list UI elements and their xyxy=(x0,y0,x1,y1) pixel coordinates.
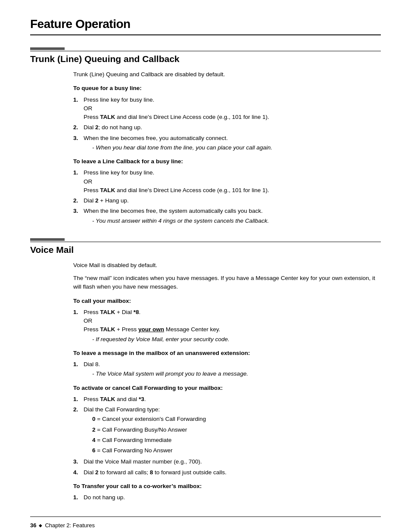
footer-page-number: 36 xyxy=(30,522,36,529)
leave-message-content-1: Dial 8. The Voice Mail system will promp… xyxy=(84,360,381,379)
queue-content-1: Press line key for busy line. OR Press T… xyxy=(84,96,381,122)
sub-heading-call-mailbox: To call your mailbox: xyxy=(73,297,381,305)
call-fwd-list: 1. Press TALK and dial *3. 2. Dial the C… xyxy=(73,395,381,477)
transfer-content-1: Do not hang up. xyxy=(84,493,381,502)
footer: 36 ◆ Chapter 2: Features xyxy=(30,522,381,529)
page: Feature Operation Trunk (Line) Queuing a… xyxy=(0,0,411,532)
queue-note-3: When you hear dial tone from the line, y… xyxy=(84,143,381,152)
call-fwd-item-2: 2. Dial the Call Forwarding type: 0 = Ca… xyxy=(73,405,381,456)
call-fwd-num-3: 3. xyxy=(73,457,82,466)
sub-heading-queue: To queue for a busy line: xyxy=(73,84,381,93)
section-bar-trunk xyxy=(30,47,65,50)
cf-type-6: 6 = Call Forwarding No Answer xyxy=(92,445,381,456)
section-rule-trunk xyxy=(30,51,381,51)
queue-list: 1. Press line key for busy line. OR Pres… xyxy=(73,96,381,152)
queue-line-1a: Press line key for busy line. xyxy=(84,96,154,103)
call-mailbox-or: OR xyxy=(84,317,92,324)
call-fwd-item-4: 4. Dial 2 to forward all calls; 8 to for… xyxy=(73,468,381,477)
queue-num-3: 3. xyxy=(73,134,82,152)
footer-chapter-label: Chapter 2: Features xyxy=(45,522,95,529)
footer-rule xyxy=(30,516,381,517)
queue-line-2: Dial 2; do not hang up. xyxy=(84,124,142,131)
call-mailbox-line-1a: Press TALK + Dial *8. xyxy=(84,309,140,315)
callback-line-2: Dial 2 + Hang up. xyxy=(84,197,129,204)
call-mailbox-line-1b: Press TALK + Press your own Message Cent… xyxy=(84,326,220,333)
footer-diamond: ◆ xyxy=(39,523,42,528)
queue-line-3: When the line becomes free, you automati… xyxy=(84,135,228,141)
trunk-intro: Trunk (Line) Queuing and Callback are di… xyxy=(73,70,381,79)
section-header-trunk: Trunk (Line) Queuing and Callback xyxy=(30,47,381,64)
section-trunk-queuing: Trunk (Line) Queuing and Callback Trunk … xyxy=(30,47,381,225)
queue-item-1: 1. Press line key for busy line. OR Pres… xyxy=(73,96,381,122)
cf-type-4: 4 = Call Forwarding Immediate xyxy=(92,435,381,445)
section-title-voicemail: Voice Mail xyxy=(30,245,381,255)
call-fwd-item-1: 1. Press TALK and dial *3. xyxy=(73,395,381,404)
queue-item-3: 3. When the line becomes free, you autom… xyxy=(73,134,381,152)
queue-or-1: OR xyxy=(84,105,92,112)
call-fwd-num-2: 2. xyxy=(73,405,82,456)
callback-note-3: You must answer within 4 rings or the sy… xyxy=(84,217,381,225)
transfer-item-1: 1. Do not hang up. xyxy=(73,493,381,502)
cf-type-2: 2 = Call Forwarding Busy/No Answer xyxy=(92,425,381,435)
queue-num-1: 1. xyxy=(73,96,82,122)
call-fwd-type-list: 0 = Cancel your extension's Call Forward… xyxy=(92,414,381,456)
call-mailbox-num-1: 1. xyxy=(73,308,82,344)
title-divider xyxy=(30,34,381,35)
leave-message-note: The Voice Mail system will prompt you to… xyxy=(84,370,381,378)
callback-num-3: 3. xyxy=(73,207,82,225)
section-header-voicemail: Voice Mail xyxy=(30,238,381,255)
call-fwd-content-3: Dial the Voice Mail master number (e.g.,… xyxy=(84,457,381,466)
call-fwd-num-4: 4. xyxy=(73,468,82,477)
leave-message-num-1: 1. xyxy=(73,360,82,379)
call-fwd-line-1: Press TALK and dial *3. xyxy=(84,396,146,402)
call-fwd-line-4: Dial 2 to forward all calls; 8 to forwar… xyxy=(84,469,227,476)
call-fwd-line-3: Dial the Voice Mail master number (e.g.,… xyxy=(84,458,202,465)
call-mailbox-list: 1. Press TALK + Dial *8. OR Press TALK +… xyxy=(73,308,381,344)
call-fwd-content-2: Dial the Call Forwarding type: 0 = Cance… xyxy=(84,405,381,456)
queue-content-3: When the line becomes free, you automati… xyxy=(84,134,381,152)
callback-num-2: 2. xyxy=(73,196,82,205)
transfer-num-1: 1. xyxy=(73,493,82,502)
call-mailbox-item-1: 1. Press TALK + Dial *8. OR Press TALK +… xyxy=(73,308,381,344)
callback-line-3: When the line becomes free, the system a… xyxy=(84,208,263,214)
call-fwd-item-3: 3. Dial the Voice Mail master number (e.… xyxy=(73,457,381,466)
call-fwd-content-1: Press TALK and dial *3. xyxy=(84,395,381,404)
callback-content-2: Dial 2 + Hang up. xyxy=(84,196,381,205)
section-bar-voicemail xyxy=(30,238,65,241)
call-mailbox-note: If requested by Voice Mail, enter your s… xyxy=(84,335,381,344)
section-voice-mail: Voice Mail Voice Mail is disabled by def… xyxy=(30,238,381,502)
call-fwd-num-1: 1. xyxy=(73,395,82,404)
callback-item-3: 3. When the line becomes free, the syste… xyxy=(73,207,381,225)
callback-line-1b: Press TALK and dial line's Direct Line A… xyxy=(84,187,269,193)
sub-heading-leave-message: To leave a message in the mailbox of an … xyxy=(73,349,381,358)
section-title-trunk: Trunk (Line) Queuing and Callback xyxy=(30,54,381,64)
callback-item-2: 2. Dial 2 + Hang up. xyxy=(73,196,381,205)
queue-line-1b: Press TALK and dial line's Direct Line A… xyxy=(84,114,269,120)
callback-or-1: OR xyxy=(84,178,92,185)
transfer-list: 1. Do not hang up. xyxy=(73,493,381,502)
callback-item-1: 1. Press line key for busy line. OR Pres… xyxy=(73,168,381,195)
page-title: Feature Operation xyxy=(30,17,381,31)
callback-list: 1. Press line key for busy line. OR Pres… xyxy=(73,168,381,225)
section-rule-voicemail xyxy=(30,242,381,242)
sub-heading-transfer: To Transfer your call to a co-worker’s m… xyxy=(73,482,381,491)
cf-type-0: 0 = Cancel your extension's Call Forward… xyxy=(92,414,381,424)
voicemail-intro2: The “new mail” icon indicates when you h… xyxy=(73,274,381,292)
leave-message-list: 1. Dial 8. The Voice Mail system will pr… xyxy=(73,360,381,379)
call-fwd-content-4: Dial 2 to forward all calls; 8 to forwar… xyxy=(84,468,381,477)
sub-heading-callback: To leave a Line Callback for a busy line… xyxy=(73,157,381,166)
call-fwd-line-2: Dial the Call Forwarding type: xyxy=(84,406,160,413)
voicemail-intro: Voice Mail is disabled by default. xyxy=(73,261,381,270)
callback-content-1: Press line key for busy line. OR Press T… xyxy=(84,168,381,195)
callback-content-3: When the line becomes free, the system a… xyxy=(84,207,381,225)
callback-line-1a: Press line key for busy line. xyxy=(84,169,154,176)
call-mailbox-content-1: Press TALK + Dial *8. OR Press TALK + Pr… xyxy=(84,308,381,344)
sub-heading-call-fwd: To activate or cancel Call Forwarding to… xyxy=(73,384,381,392)
queue-num-2: 2. xyxy=(73,123,82,132)
transfer-line-1: Do not hang up. xyxy=(84,494,125,501)
callback-num-1: 1. xyxy=(73,168,82,195)
leave-message-item-1: 1. Dial 8. The Voice Mail system will pr… xyxy=(73,360,381,379)
leave-message-line-1: Dial 8. xyxy=(84,361,100,367)
queue-item-2: 2. Dial 2; do not hang up. xyxy=(73,123,381,132)
queue-content-2: Dial 2; do not hang up. xyxy=(84,123,381,132)
